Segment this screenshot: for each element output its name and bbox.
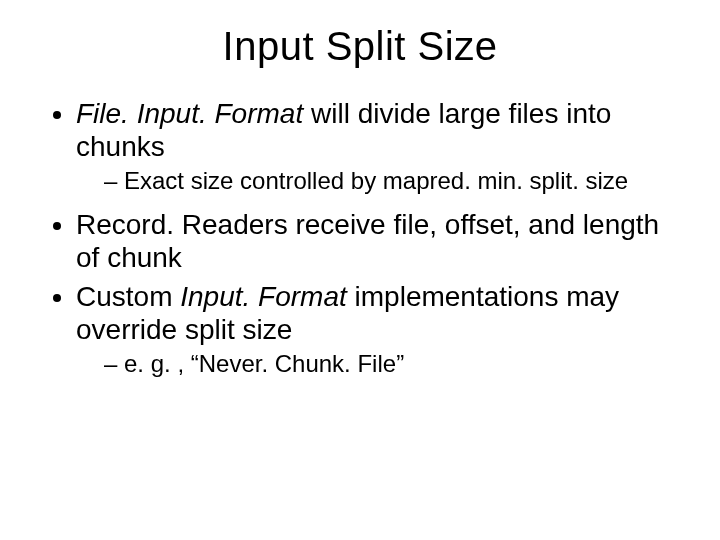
bullet-3-sub-1: e. g. , “Never. Chunk. File” — [104, 350, 680, 379]
bullet-2: Record. Readers receive file, offset, an… — [76, 208, 680, 274]
slide: Input Split Size File. Input. Format wil… — [0, 0, 720, 540]
bullet-1-sub-1: Exact size controlled by mapred. min. sp… — [104, 167, 680, 196]
bullet-1-italic: File. Input. Format — [76, 98, 303, 129]
bullet-1-sublist: Exact size controlled by mapred. min. sp… — [76, 167, 680, 196]
slide-title: Input Split Size — [40, 24, 680, 69]
bullet-3-prefix: Custom — [76, 281, 180, 312]
bullet-3-italic: Input. Format — [180, 281, 347, 312]
bullet-list: File. Input. Format will divide large fi… — [40, 97, 680, 379]
bullet-1: File. Input. Format will divide large fi… — [76, 97, 680, 196]
bullet-3-sublist: e. g. , “Never. Chunk. File” — [76, 350, 680, 379]
bullet-3: Custom Input. Format implementations may… — [76, 280, 680, 379]
